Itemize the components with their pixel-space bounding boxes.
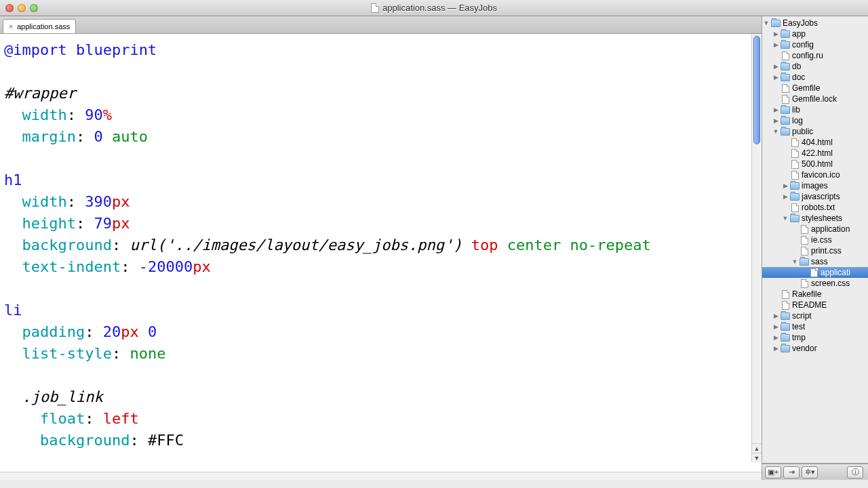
collapse-button[interactable]: ⇥	[783, 466, 800, 479]
tree-file[interactable]: 500.html	[762, 159, 868, 169]
code-line[interactable]: li	[4, 300, 762, 321]
disclosure-triangle-icon[interactable]: ▶	[772, 345, 780, 352]
tree-item-label: ie.css	[811, 235, 832, 245]
tree-file[interactable]: screen.css	[762, 278, 868, 289]
tree-folder[interactable]: ▼stylesheets	[762, 213, 868, 224]
tree-file[interactable]: Gemfile.lock	[762, 94, 868, 104]
vertical-scrollbar[interactable]: ▲ ▼	[751, 34, 762, 462]
tree-folder[interactable]: ▼EasyJobs	[762, 18, 868, 28]
tree-folder[interactable]: ▶db	[762, 61, 868, 72]
tree-item-label: favicon.ico	[802, 170, 840, 180]
folder-icon	[790, 215, 800, 222]
code-line[interactable]: margin: 0 auto	[4, 126, 762, 148]
code-line[interactable]	[4, 365, 762, 386]
code-line[interactable]: width: 90%	[4, 104, 762, 126]
tree-file[interactable]: config.ru	[762, 50, 868, 61]
gear-icon: ✲▾	[805, 468, 815, 476]
folder-icon	[781, 117, 790, 125]
tree-file[interactable]: Rakefile	[762, 289, 868, 300]
close-tab-icon[interactable]: ×	[7, 22, 14, 30]
code-line[interactable]	[4, 148, 762, 169]
disclosure-triangle-icon[interactable]: ▶	[772, 334, 780, 341]
tree-file[interactable]: README	[762, 300, 868, 310]
scrollbar-thumb[interactable]	[753, 36, 760, 144]
tree-folder[interactable]: ▶test	[762, 321, 868, 332]
disclosure-triangle-icon[interactable]: ▶	[772, 63, 780, 70]
code-line[interactable]: height: 79px	[4, 213, 762, 235]
maximize-window-button[interactable]	[30, 4, 38, 12]
tree-file[interactable]: ie.css	[762, 235, 868, 245]
tree-file[interactable]: print.css	[762, 245, 868, 256]
tree-file[interactable]: 404.html	[762, 137, 868, 148]
tree-folder[interactable]: ▼public	[762, 126, 868, 137]
folder-icon	[800, 258, 809, 266]
code-line[interactable]: float: left	[4, 408, 762, 430]
tree-file[interactable]: application	[762, 224, 868, 235]
code-line[interactable]: width: 390px	[4, 191, 762, 213]
info-button[interactable]: ⓘ	[847, 466, 863, 479]
status-bar	[0, 472, 762, 480]
folder-icon	[781, 345, 790, 352]
code-line[interactable]: #wrapper	[4, 83, 762, 104]
code-line[interactable]: padding: 20px 0	[4, 321, 762, 343]
code-line[interactable]: list-style: none	[4, 343, 762, 365]
disclosure-triangle-icon[interactable]: ▼	[791, 258, 799, 265]
editor-area[interactable]: @import blueprint #wrapper width: 90% ma…	[0, 34, 762, 472]
disclosure-triangle-icon[interactable]: ▶	[781, 193, 789, 200]
disclosure-triangle-icon[interactable]: ▶	[772, 30, 780, 37]
tree-file[interactable]: 422.html	[762, 148, 868, 159]
close-window-button[interactable]	[5, 4, 14, 12]
disclosure-triangle-icon[interactable]: ▶	[772, 41, 780, 48]
disclosure-triangle-icon[interactable]: ▼	[772, 128, 780, 135]
tree-folder[interactable]: ▶doc	[762, 72, 868, 83]
disclosure-triangle-icon[interactable]: ▶	[772, 74, 780, 81]
disclosure-triangle-icon[interactable]: ▶	[772, 312, 780, 319]
tree-folder[interactable]: ▶script	[762, 310, 868, 321]
disclosure-triangle-icon[interactable]: ▶	[772, 106, 780, 113]
folder-icon	[790, 193, 800, 201]
disclosure-triangle-icon[interactable]: ▼	[762, 20, 770, 26]
tree-file[interactable]: robots.txt	[762, 202, 868, 213]
code-line[interactable]: background: #FFC	[4, 430, 762, 451]
new-file-button[interactable]: ▣+	[765, 466, 781, 479]
tree-folder[interactable]: ▶vendor	[762, 343, 868, 354]
tree-folder[interactable]: ▶app	[762, 28, 868, 39]
tree-folder[interactable]: ▶config	[762, 39, 868, 50]
scroll-down-icon[interactable]: ▼	[752, 453, 762, 462]
scroll-up-icon[interactable]: ▲	[752, 443, 762, 453]
folder-icon	[790, 182, 800, 190]
tree-folder[interactable]: ▼sass	[762, 256, 868, 267]
tree-file[interactable]: favicon.ico	[762, 169, 868, 180]
tree-folder[interactable]: ▶javascripts	[762, 191, 868, 202]
tree-folder[interactable]: ▶images	[762, 180, 868, 191]
code-line[interactable]: background: url('../images/layout/easy_j…	[4, 235, 762, 256]
folder-icon	[781, 312, 790, 320]
tree-folder[interactable]: ▶tmp	[762, 332, 868, 343]
tree-item-label: log	[792, 116, 803, 125]
tree-item-label: db	[792, 62, 801, 71]
settings-button[interactable]: ✲▾	[802, 466, 818, 479]
minimize-window-button[interactable]	[18, 4, 26, 12]
folder-icon	[771, 20, 781, 27]
disclosure-triangle-icon[interactable]: ▶	[772, 323, 780, 330]
disclosure-triangle-icon[interactable]: ▼	[781, 215, 789, 222]
disclosure-triangle-icon[interactable]: ▶	[781, 182, 789, 189]
tree-item-label: images	[802, 181, 828, 190]
traffic-lights	[5, 4, 38, 12]
tree-file[interactable]: applicati	[762, 267, 868, 278]
tab-application-sass[interactable]: × application.sass	[3, 19, 76, 33]
tab-strip: × application.sass	[0, 16, 762, 34]
file-icon	[791, 171, 799, 180]
file-tree[interactable]: ▼EasyJobs▶app▶configconfig.ru▶db▶docGemf…	[762, 16, 868, 464]
tree-folder[interactable]: ▶lib	[762, 104, 868, 115]
code-line[interactable]: .job_link	[4, 386, 762, 408]
code-line[interactable]: text-indent: -20000px	[4, 256, 762, 278]
code-line[interactable]: @import blueprint	[4, 39, 762, 61]
tree-item-label: public	[792, 127, 813, 136]
disclosure-triangle-icon[interactable]: ▶	[772, 117, 780, 124]
tree-folder[interactable]: ▶log	[762, 115, 868, 126]
code-line[interactable]	[4, 278, 762, 300]
code-line[interactable]: h1	[4, 169, 762, 191]
code-line[interactable]	[4, 61, 762, 83]
tree-file[interactable]: Gemfile	[762, 83, 868, 94]
